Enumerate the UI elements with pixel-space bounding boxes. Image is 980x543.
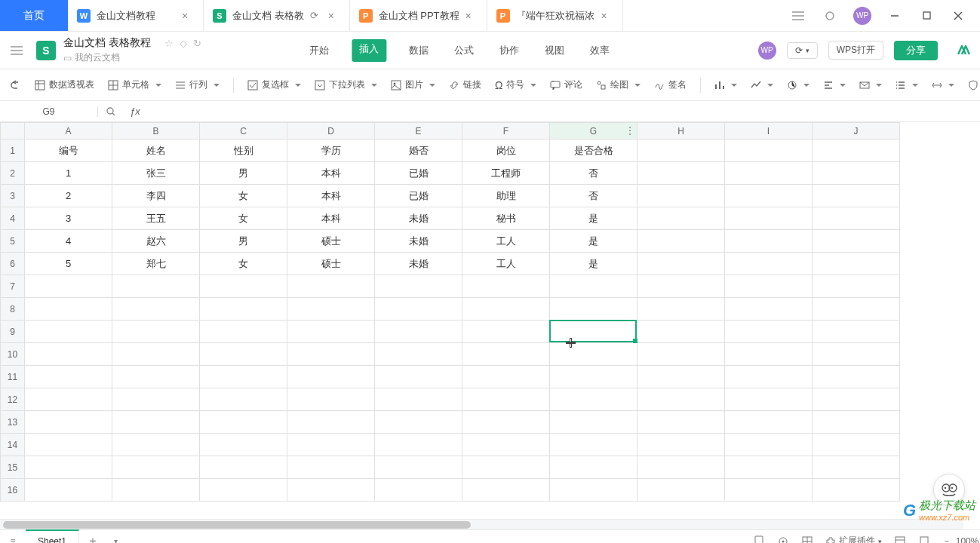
cell[interactable] <box>25 479 112 502</box>
cell[interactable] <box>112 434 200 456</box>
cell[interactable] <box>550 388 637 411</box>
cell[interactable]: 是 <box>550 230 637 253</box>
column-header[interactable]: J <box>813 123 900 140</box>
cell[interactable]: 是否合格 <box>550 140 637 162</box>
cell[interactable] <box>637 140 725 162</box>
search-icon[interactable] <box>98 106 124 117</box>
mail-button[interactable] <box>859 80 882 90</box>
cell[interactable]: 男 <box>200 162 287 185</box>
row-header[interactable]: 2 <box>1 162 25 185</box>
chart-bar-button[interactable] <box>714 80 737 90</box>
cell[interactable]: 工人 <box>462 253 550 275</box>
cell[interactable] <box>200 343 287 366</box>
cell[interactable]: 编号 <box>25 140 112 162</box>
cell[interactable] <box>813 411 900 434</box>
maximize-icon[interactable] <box>918 8 935 24</box>
cell[interactable]: 王五 <box>112 207 200 230</box>
cell[interactable] <box>813 343 900 366</box>
cell[interactable]: 本科 <box>287 162 375 185</box>
cell[interactable] <box>550 456 637 479</box>
cell[interactable] <box>25 388 112 411</box>
page-icon[interactable] <box>918 535 930 544</box>
cell[interactable] <box>725 434 813 456</box>
cell[interactable] <box>375 321 462 343</box>
cell[interactable] <box>637 456 725 479</box>
cell[interactable] <box>112 456 200 479</box>
cell[interactable] <box>637 366 725 388</box>
cell[interactable]: 是 <box>550 207 637 230</box>
cell[interactable]: 学历 <box>287 140 375 162</box>
cell[interactable] <box>462 434 550 456</box>
row-header[interactable]: 1 <box>1 140 25 162</box>
cell[interactable] <box>462 343 550 366</box>
cell[interactable] <box>375 275 462 298</box>
zoom-out-button[interactable]: － <box>942 535 951 543</box>
sheet-list-icon[interactable]: ≡ <box>0 536 26 544</box>
pivottable-button[interactable]: 数据透视表 <box>35 78 94 91</box>
cell[interactable] <box>725 207 813 230</box>
sheet-menu-button[interactable]: ▾ <box>106 537 125 543</box>
column-header[interactable]: D <box>287 123 375 140</box>
cell[interactable]: 已婚 <box>375 185 462 207</box>
cell[interactable] <box>725 321 813 343</box>
cell[interactable]: 2 <box>25 185 112 207</box>
sheet-tab[interactable]: Sheet1 <box>26 529 79 544</box>
column-header[interactable]: A <box>25 123 112 140</box>
row-header[interactable]: 11 <box>1 366 25 388</box>
cell[interactable]: 未婚 <box>375 207 462 230</box>
cell-button[interactable]: 单元格 <box>108 78 161 91</box>
cell[interactable]: 否 <box>550 185 637 207</box>
cell[interactable]: 已婚 <box>375 162 462 185</box>
cell[interactable]: 张三 <box>112 162 200 185</box>
spreadsheet-grid[interactable]: ABCDEFGHIJ1编号姓名性别学历婚否岗位是否合格21张三男本科已婚工程师否… <box>0 122 980 519</box>
close-tab-icon[interactable]: × <box>601 10 613 22</box>
cell[interactable] <box>462 388 550 411</box>
refresh-icon[interactable]: ⟳ <box>310 10 322 21</box>
cell[interactable] <box>813 140 900 162</box>
list-button[interactable] <box>896 80 918 90</box>
cell[interactable] <box>200 434 287 456</box>
align-button[interactable] <box>823 80 846 90</box>
cell[interactable] <box>725 230 813 253</box>
menu-item[interactable]: 开始 <box>306 39 332 62</box>
cell[interactable]: 女 <box>200 253 287 275</box>
cell[interactable]: 男 <box>200 230 287 253</box>
cell[interactable] <box>637 321 725 343</box>
row-header[interactable]: 7 <box>1 275 25 298</box>
cell[interactable] <box>462 479 550 502</box>
menu-item[interactable]: 公式 <box>451 39 477 62</box>
add-sheet-button[interactable]: ＋ <box>79 533 106 543</box>
cell[interactable] <box>112 298 200 321</box>
column-header[interactable]: B <box>112 123 200 140</box>
cell[interactable] <box>637 298 725 321</box>
menu-item[interactable]: 协作 <box>496 39 522 62</box>
doc-path[interactable]: 我的云文档 <box>75 51 120 64</box>
cell[interactable] <box>550 275 637 298</box>
cell[interactable] <box>550 343 637 366</box>
cell[interactable]: 硕士 <box>287 253 375 275</box>
cell[interactable] <box>375 434 462 456</box>
wps-open-button[interactable]: WPS打开 <box>828 41 883 60</box>
cell[interactable] <box>637 207 725 230</box>
cell-reference-box[interactable]: G9 <box>0 106 98 117</box>
cell[interactable] <box>813 434 900 456</box>
cell[interactable] <box>725 298 813 321</box>
cell[interactable] <box>725 388 813 411</box>
cell[interactable] <box>813 298 900 321</box>
cell[interactable] <box>813 388 900 411</box>
row-header[interactable]: 16 <box>1 479 25 502</box>
cell[interactable] <box>813 162 900 185</box>
cell[interactable] <box>725 140 813 162</box>
cell[interactable] <box>287 388 375 411</box>
cell[interactable] <box>287 343 375 366</box>
cell[interactable] <box>200 366 287 388</box>
row-header[interactable]: 12 <box>1 388 25 411</box>
cell[interactable] <box>375 388 462 411</box>
cell[interactable]: 工程师 <box>462 162 550 185</box>
cell[interactable] <box>200 456 287 479</box>
select-all-corner[interactable] <box>1 123 25 140</box>
cell[interactable]: 女 <box>200 185 287 207</box>
shield-button[interactable] <box>968 80 980 90</box>
column-menu-icon[interactable]: ⋮ <box>625 124 635 137</box>
cell[interactable] <box>813 275 900 298</box>
